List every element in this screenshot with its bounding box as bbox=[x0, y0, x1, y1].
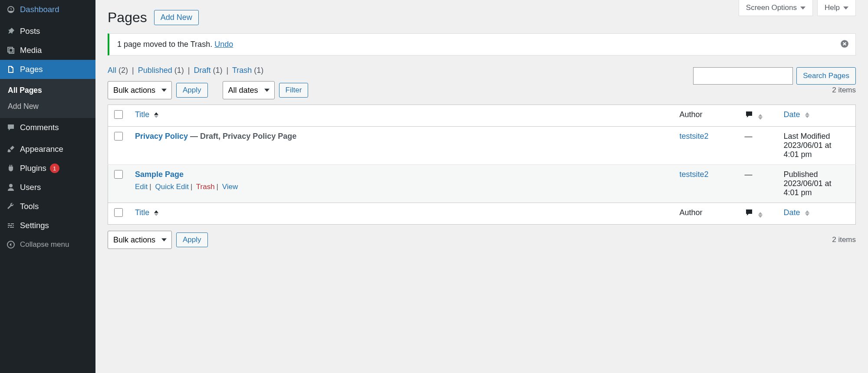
sidebar-item-label: Settings bbox=[20, 221, 49, 230]
sort-by-date[interactable]: Date bbox=[784, 110, 800, 119]
date-cell: Published 2023/06/01 at 4:01 pm bbox=[778, 165, 856, 203]
filter-published-count: (1) bbox=[174, 66, 184, 75]
add-new-button[interactable]: Add New bbox=[154, 10, 199, 25]
brush-icon bbox=[6, 144, 16, 154]
sidebar-item-tools[interactable]: Tools bbox=[0, 197, 95, 216]
sidebar-item-dashboard[interactable]: Dashboard bbox=[0, 0, 95, 19]
page-state: — Draft, Privacy Policy Page bbox=[188, 132, 296, 141]
sidebar-item-appearance[interactable]: Appearance bbox=[0, 140, 95, 159]
dashboard-icon bbox=[6, 5, 16, 14]
sort-indicator-icon bbox=[154, 210, 158, 216]
filter-all-count: (2) bbox=[118, 66, 128, 75]
edit-link[interactable]: Edit bbox=[135, 183, 148, 191]
contextual-tabs: Screen Options Help bbox=[739, 0, 856, 16]
sidebar-item-posts[interactable]: Posts bbox=[0, 22, 95, 41]
sidebar-item-label: Media bbox=[20, 46, 42, 55]
sidebar-item-pages[interactable]: Pages bbox=[0, 60, 95, 79]
help-tab[interactable]: Help bbox=[817, 0, 856, 16]
select-all-checkbox-footer[interactable] bbox=[114, 208, 123, 217]
pages-icon bbox=[6, 65, 16, 74]
sort-indicator-icon bbox=[758, 212, 763, 218]
column-comments[interactable] bbox=[739, 105, 778, 127]
sort-by-title[interactable]: Title bbox=[135, 110, 149, 119]
apply-bulk-button[interactable]: Apply bbox=[176, 83, 208, 98]
sort-indicator-icon bbox=[758, 114, 763, 120]
page-title: Pages bbox=[108, 10, 147, 26]
comment-icon bbox=[6, 123, 16, 132]
date-filter-select[interactable]: All dates bbox=[223, 81, 275, 99]
page-title-link[interactable]: Privacy Policy bbox=[135, 132, 188, 141]
pin-icon bbox=[6, 26, 16, 36]
chevron-down-icon bbox=[800, 7, 806, 10]
sort-by-title-footer[interactable]: Title bbox=[135, 208, 149, 217]
column-comments-footer[interactable] bbox=[739, 203, 778, 225]
author-link[interactable]: testsite2 bbox=[680, 170, 709, 179]
admin-sidebar: Dashboard Posts Media Pages All Pages Ad… bbox=[0, 0, 95, 373]
row-actions: Edit| Quick Edit| Trash| View bbox=[135, 183, 667, 191]
sidebar-item-label: Tools bbox=[20, 202, 39, 211]
date-cell: Last Modified 2023/06/01 at 4:01 pm bbox=[778, 127, 856, 165]
sidebar-item-label: Pages bbox=[20, 65, 43, 74]
sidebar-item-label: Users bbox=[20, 183, 41, 192]
user-icon bbox=[6, 183, 16, 192]
item-count-top: 2 items bbox=[832, 86, 856, 95]
view-link[interactable]: View bbox=[222, 183, 238, 191]
filter-trash-link[interactable]: Trash bbox=[232, 66, 252, 75]
column-author-footer: Author bbox=[674, 203, 739, 225]
table-row: Privacy Policy — Draft, Privacy Policy P… bbox=[108, 127, 856, 165]
comment-icon bbox=[745, 110, 753, 119]
comments-cell: — bbox=[739, 127, 778, 165]
main-content: Screen Options Help Pages Add New 1 page… bbox=[95, 0, 868, 373]
bulk-actions-select-bottom[interactable]: Bulk actions bbox=[108, 231, 172, 249]
filter-trash-count: (1) bbox=[254, 66, 263, 75]
select-all-checkbox[interactable] bbox=[114, 110, 123, 119]
sidebar-item-settings[interactable]: Settings bbox=[0, 216, 95, 235]
filter-all-link[interactable]: All bbox=[108, 66, 116, 75]
sidebar-item-media[interactable]: Media bbox=[0, 41, 95, 60]
sort-by-date-footer[interactable]: Date bbox=[784, 208, 800, 217]
search-input[interactable] bbox=[693, 67, 793, 85]
dismiss-notice-button[interactable] bbox=[840, 39, 850, 49]
undo-link[interactable]: Undo bbox=[214, 40, 233, 49]
author-link[interactable]: testsite2 bbox=[680, 132, 709, 141]
filter-draft-count: (1) bbox=[213, 66, 223, 75]
plugins-update-badge: 1 bbox=[50, 164, 59, 173]
sliders-icon bbox=[6, 221, 16, 230]
sort-indicator-icon bbox=[154, 112, 158, 118]
sidebar-item-comments[interactable]: Comments bbox=[0, 118, 95, 137]
sidebar-item-users[interactable]: Users bbox=[0, 178, 95, 197]
sidebar-item-label: Dashboard bbox=[20, 5, 59, 14]
quick-edit-link[interactable]: Quick Edit bbox=[155, 183, 188, 191]
sidebar-item-plugins[interactable]: Plugins 1 bbox=[0, 159, 95, 178]
column-author: Author bbox=[674, 105, 739, 127]
page-title-link[interactable]: Sample Page bbox=[135, 170, 184, 179]
trash-link[interactable]: Trash bbox=[196, 183, 215, 191]
sidebar-subitem-add-new[interactable]: Add New bbox=[0, 98, 95, 115]
screen-options-tab[interactable]: Screen Options bbox=[739, 0, 813, 16]
admin-notice: 1 page moved to the Trash. Undo bbox=[108, 33, 856, 56]
apply-bulk-button-bottom[interactable]: Apply bbox=[176, 232, 208, 247]
sidebar-subitem-all-pages[interactable]: All Pages bbox=[0, 82, 95, 98]
bulk-actions-select[interactable]: Bulk actions bbox=[108, 81, 172, 99]
comments-cell: — bbox=[739, 165, 778, 203]
filter-button[interactable]: Filter bbox=[279, 83, 309, 98]
item-count-bottom: 2 items bbox=[832, 236, 856, 244]
comment-icon bbox=[745, 208, 753, 217]
sidebar-item-label: Plugins bbox=[20, 164, 46, 173]
search-pages-button[interactable]: Search Pages bbox=[796, 67, 856, 85]
notice-text: 1 page moved to the Trash. bbox=[117, 40, 212, 49]
media-icon bbox=[6, 46, 16, 55]
table-row: Sample Page Edit| Quick Edit| Trash| Vie… bbox=[108, 165, 856, 203]
filter-draft-link[interactable]: Draft bbox=[194, 66, 211, 75]
sidebar-submenu-pages: All Pages Add New bbox=[0, 79, 95, 118]
sidebar-item-label: Posts bbox=[20, 26, 40, 36]
row-checkbox[interactable] bbox=[114, 170, 123, 179]
filter-published-link[interactable]: Published bbox=[138, 66, 172, 75]
sidebar-item-label: Appearance bbox=[20, 144, 63, 154]
row-checkbox[interactable] bbox=[114, 132, 123, 141]
help-label: Help bbox=[825, 3, 840, 12]
collapse-menu-button[interactable]: Collapse menu bbox=[0, 235, 95, 254]
pages-table: Title Author Date Privacy Policy — Draft… bbox=[108, 105, 856, 225]
sort-indicator-icon bbox=[805, 210, 809, 216]
plug-icon bbox=[6, 164, 16, 173]
